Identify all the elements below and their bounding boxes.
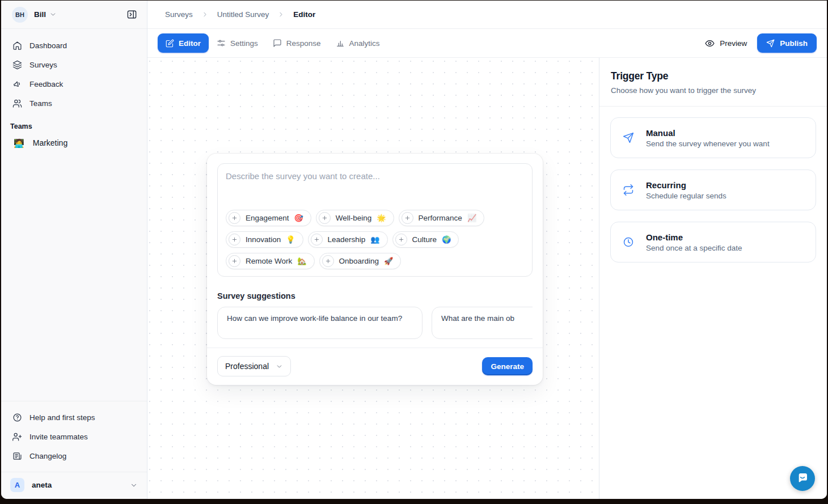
bar-chart-icon — [336, 39, 345, 48]
sidebar-item-label: Help and first steps — [29, 413, 95, 422]
sidebar-item-feedback[interactable]: Feedback — [8, 74, 140, 94]
sidebar-item-changelog[interactable]: Changelog — [8, 446, 140, 465]
prompt-box: Engagement 🎯 Well-being 🌟 — [217, 163, 533, 277]
account-avatar: A — [10, 478, 24, 492]
chip-label: Engagement — [246, 214, 289, 222]
trigger-option-title: Recurring — [646, 180, 726, 190]
topic-chips: Engagement 🎯 Well-being 🌟 — [226, 210, 524, 269]
plus-icon — [229, 255, 240, 267]
sidebar-item-dashboard[interactable]: Dashboard — [8, 36, 140, 55]
chip-label: Well-being — [336, 214, 372, 222]
breadcrumb-untitled-survey[interactable]: Untitled Survey — [217, 10, 269, 19]
send-icon — [766, 39, 775, 48]
sidebar-item-invite[interactable]: Invite teammates — [8, 427, 140, 446]
chat-launcher-button[interactable] — [790, 466, 815, 491]
chevron-right-icon — [277, 11, 285, 18]
tone-select[interactable]: Professional — [217, 356, 291, 376]
sidebar-footer: Help and first steps Invite teammates Ch… — [1, 401, 147, 472]
tab-label: Response — [286, 39, 321, 48]
plus-icon — [311, 234, 323, 245]
tab-response[interactable]: Response — [266, 33, 328, 53]
preview-button[interactable]: Preview — [705, 39, 747, 48]
workspace-name[interactable]: Bill — [34, 10, 46, 19]
sidebar-item-label: Feedback — [29, 80, 63, 88]
send-icon — [623, 132, 634, 143]
sidebar-item-label: Surveys — [29, 61, 57, 69]
help-circle-icon — [12, 413, 22, 422]
editor-canvas[interactable]: Engagement 🎯 Well-being 🌟 — [147, 58, 599, 499]
sidebar-item-label: Invite teammates — [29, 433, 88, 441]
toolbar-actions: Preview Publish — [705, 33, 817, 53]
panel-subtitle: Choose how you want to trigger the surve… — [611, 86, 816, 95]
megaphone-icon — [12, 79, 22, 89]
workarea: Engagement 🎯 Well-being 🌟 — [147, 58, 827, 499]
eye-icon — [705, 39, 715, 48]
chip-emoji: 🏡 — [297, 257, 306, 265]
chevron-down-icon — [130, 481, 138, 489]
chip-onboarding[interactable]: Onboarding 🚀 — [319, 253, 402, 269]
breadcrumb-surveys[interactable]: Surveys — [165, 10, 193, 19]
chip-remote-work[interactable]: Remote Work 🏡 — [226, 253, 315, 269]
collapse-sidebar-button[interactable] — [124, 7, 139, 22]
chip-engagement[interactable]: Engagement 🎯 — [226, 210, 311, 226]
chip-emoji: 🌍 — [442, 236, 451, 243]
trigger-option-one-time[interactable]: One-time Send once at a specific date — [610, 222, 816, 262]
suggestion-card[interactable]: What are the main ob — [432, 307, 533, 339]
panel-title: Trigger Type — [611, 70, 816, 82]
team-label: Marketing — [33, 138, 67, 147]
workspace-header: BH Bill — [1, 1, 147, 29]
main-area: Surveys Untitled Survey Editor Editor — [147, 1, 827, 499]
sidebar-item-label: Changelog — [29, 452, 66, 460]
sidebar-item-teams[interactable]: Teams — [8, 94, 140, 113]
sidebar-team-marketing[interactable]: 🧑‍💻 Marketing — [8, 133, 140, 153]
sidebar-item-help[interactable]: Help and first steps — [8, 408, 140, 427]
chip-innovation[interactable]: Innovation 💡 — [226, 231, 303, 248]
publish-button[interactable]: Publish — [757, 33, 817, 53]
account-menu[interactable]: A aneta — [1, 472, 147, 499]
layers-icon — [12, 60, 22, 70]
chip-culture[interactable]: Culture 🌍 — [392, 231, 459, 248]
tab-editor[interactable]: Editor — [158, 33, 209, 53]
suggestions-heading: Survey suggestions — [217, 291, 533, 300]
app-window: BH Bill Dashboard Surv — [1, 1, 827, 499]
chevron-down-icon — [276, 363, 283, 370]
message-square-icon — [273, 39, 282, 48]
chip-label: Performance — [419, 214, 462, 222]
chip-emoji: 💡 — [286, 236, 295, 243]
trigger-option-manual[interactable]: Manual Send the survey whenever you want — [610, 117, 816, 158]
plus-icon — [229, 212, 240, 224]
tone-value: Professional — [225, 362, 269, 371]
home-icon — [12, 41, 22, 50]
chip-label: Culture — [412, 235, 437, 244]
chat-bubble-icon — [796, 472, 809, 486]
tab-settings[interactable]: Settings — [210, 33, 265, 53]
sidebar-item-label: Teams — [29, 99, 52, 108]
tab-label: Settings — [230, 39, 258, 48]
tab-analytics[interactable]: Analytics — [329, 33, 387, 53]
preview-label: Preview — [720, 39, 747, 48]
clock-icon — [623, 236, 634, 248]
chip-label: Leadership — [328, 235, 366, 244]
chip-leadership[interactable]: Leadership 👥 — [308, 231, 388, 248]
trigger-option-recurring[interactable]: Recurring Schedule regular sends — [610, 170, 816, 210]
team-emoji: 🧑‍💻 — [14, 139, 24, 147]
chip-performance[interactable]: Performance 📈 — [399, 210, 485, 226]
chevron-down-icon[interactable] — [49, 11, 57, 18]
composer-footer: Professional Generate — [207, 348, 543, 385]
sliders-icon — [217, 39, 226, 48]
sidebar-item-surveys[interactable]: Surveys — [8, 55, 140, 74]
plus-icon — [322, 255, 334, 267]
survey-composer-card: Engagement 🎯 Well-being 🌟 — [207, 154, 543, 385]
teams-section-heading: Teams — [1, 122, 147, 130]
tab-label: Analytics — [349, 39, 380, 48]
plus-icon — [402, 212, 413, 224]
repeat-icon — [623, 184, 634, 196]
chip-well-being[interactable]: Well-being 🌟 — [316, 210, 394, 226]
sidebar-collapse-icon — [126, 9, 137, 20]
generate-button[interactable]: Generate — [482, 357, 533, 375]
sidebar-nav: Dashboard Surveys Feedback Teams — [1, 29, 147, 113]
survey-description-input[interactable] — [226, 171, 524, 210]
trigger-panel-header: Trigger Type Choose how you want to trig… — [599, 58, 827, 107]
suggestion-card[interactable]: How can we improve work-life balance in … — [217, 307, 423, 339]
chip-label: Onboarding — [339, 257, 379, 265]
